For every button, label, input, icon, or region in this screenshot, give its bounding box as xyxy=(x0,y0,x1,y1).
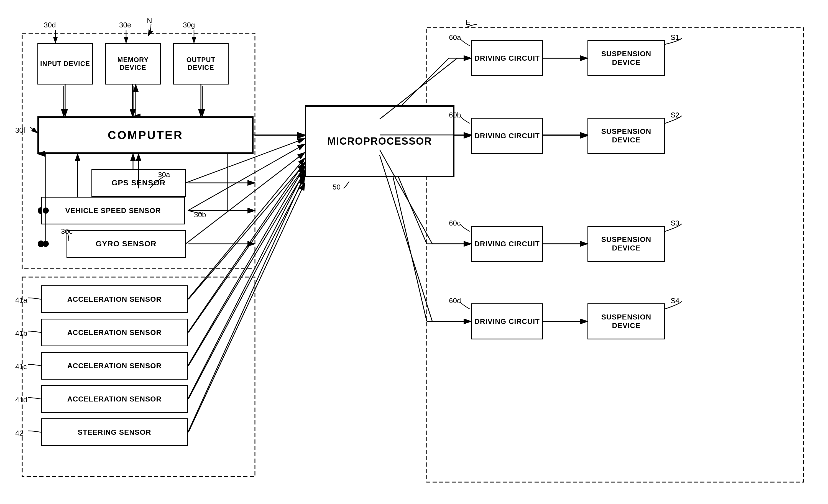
driving-circuit-d-box: DRIVING CIRCUIT xyxy=(471,303,543,339)
label-60c: 60c xyxy=(449,219,461,227)
svg-point-37 xyxy=(38,241,44,247)
label-60a: 60a xyxy=(449,33,461,42)
label-30d: 30d xyxy=(44,21,56,29)
driving-circuit-a-box: DRIVING CIRCUIT xyxy=(471,40,543,76)
svg-line-31 xyxy=(189,164,305,299)
accel-sensor-d-box: ACCELERATION SENSOR xyxy=(41,385,188,413)
label-S3: S3 xyxy=(671,219,679,227)
label-60d: 60d xyxy=(449,296,461,305)
label-41a: 41a xyxy=(15,296,27,304)
accel-sensor-c-box: ACCELERATION SENSOR xyxy=(41,352,188,380)
label-30f: 30f xyxy=(15,126,25,135)
label-S1: S1 xyxy=(671,33,679,42)
suspension-device-1-box: SUSPENSION DEVICE xyxy=(587,40,665,76)
label-50: 50 xyxy=(333,183,340,192)
computer-box: COMPUTER xyxy=(37,116,254,154)
microprocessor-box: MICROPROCESSOR xyxy=(305,105,454,177)
memory-device-box: MEMORY DEVICE xyxy=(105,43,161,85)
label-30a: 30a xyxy=(158,170,170,179)
accel-sensor-b-box: ACCELERATION SENSOR xyxy=(41,319,188,346)
label-42: 42 xyxy=(15,429,23,437)
label-30b: 30b xyxy=(194,211,206,219)
vehicle-speed-sensor-box: VEHICLE SPEED SENSOR xyxy=(41,197,185,224)
output-device-box: OUTPUT DEVICE xyxy=(173,43,229,85)
label-30c: 30c xyxy=(61,227,73,236)
steering-sensor-box: STEERING SENSOR xyxy=(41,418,188,446)
label-60b: 60b xyxy=(449,111,461,119)
gps-sensor-box: GPS SENSOR xyxy=(91,169,186,197)
label-S4: S4 xyxy=(671,296,679,305)
label-41d: 41d xyxy=(15,396,27,404)
svg-line-25 xyxy=(388,155,427,322)
input-device-box: INPUT DEVICE xyxy=(37,43,93,85)
label-41b: 41b xyxy=(15,329,27,338)
label-N: N xyxy=(147,16,152,25)
driving-circuit-b-box: DRIVING CIRCUIT xyxy=(471,118,543,154)
label-30e: 30e xyxy=(119,21,131,29)
label-E: E xyxy=(465,18,470,27)
accel-sensor-a-box: ACCELERATION SENSOR xyxy=(41,285,188,313)
driving-circuit-c-box: DRIVING CIRCUIT xyxy=(471,226,543,262)
suspension-device-2-box: SUSPENSION DEVICE xyxy=(587,118,665,154)
gyro-sensor-box: GYRO SENSOR xyxy=(67,230,186,258)
suspension-device-3-box: SUSPENSION DEVICE xyxy=(587,226,665,262)
label-41c: 41c xyxy=(15,363,27,371)
label-30g: 30g xyxy=(183,21,195,29)
label-S2: S2 xyxy=(671,111,679,119)
suspension-device-4-box: SUSPENSION DEVICE xyxy=(587,303,665,339)
